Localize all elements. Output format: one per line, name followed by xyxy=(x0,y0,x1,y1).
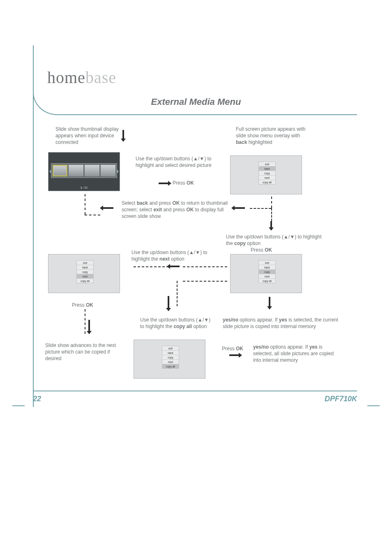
dashed-connector xyxy=(271,197,272,208)
page-top-rule xyxy=(62,114,357,115)
caption-fullscreen-back: Full screen picture appears with slide s… xyxy=(236,126,312,146)
menu-item-back: back xyxy=(259,166,275,171)
content-area: Slide show thumbnail display appears whe… xyxy=(45,123,349,391)
menu-item-copy: copy xyxy=(77,269,93,274)
menu-item-exit: exit xyxy=(259,162,275,166)
menu-item-back: back xyxy=(162,350,179,355)
menu-item-exit: exit xyxy=(77,261,93,265)
menu-box: exit back copy next copy all xyxy=(76,260,94,283)
menu-item-next: next xyxy=(77,274,93,278)
caption-select-picture: Use the up/down buttons (▲/▼) to highlig… xyxy=(136,155,222,169)
menu-item-next: next xyxy=(259,274,275,278)
menu-item-copyall: copy all xyxy=(77,278,93,283)
pager: 1 / 52 xyxy=(48,186,120,189)
menu-item-copy: copy xyxy=(259,171,275,175)
menu-frame-next: exit back copy next copy all xyxy=(48,254,120,293)
menu-item-exit: exit xyxy=(162,346,179,350)
model-number: DPF710K xyxy=(325,395,357,403)
menu-box: exit back copy next copy all xyxy=(162,346,179,369)
menu-item-copy: copy xyxy=(259,269,275,274)
press-ok-1: Press OK xyxy=(173,180,194,186)
caption-highlight-copyall: Use the up/down buttons (▲/▼) to highlig… xyxy=(140,317,212,330)
menu-item-copyall: copy all xyxy=(259,180,275,184)
caption-yesno-single: yes/no options appear. If yes is selecte… xyxy=(223,317,342,330)
arrow-down-icon xyxy=(269,297,270,307)
dashed-connector xyxy=(177,281,178,306)
arrow-left-icon xyxy=(170,266,180,267)
caption-yesno-all: yes/no options appear. If yes is selecte… xyxy=(253,344,337,364)
press-ok-3: Press OK xyxy=(72,302,93,308)
thumbnail-frame: 1 / 52 xyxy=(48,152,120,191)
arrow-left-icon xyxy=(103,207,113,209)
menu-item-next: next xyxy=(259,175,275,180)
caption-back-exit: Select back and press OK to return to th… xyxy=(122,200,231,220)
menu-item-copyall: copy all xyxy=(162,364,179,368)
arrow-right-icon xyxy=(159,183,168,184)
menu-frame-back: exit back copy next copy all xyxy=(230,155,302,194)
brand-b: base xyxy=(85,68,116,87)
menu-item-copyall: copy all xyxy=(259,278,275,283)
footer-rule xyxy=(33,391,357,391)
dashed-connector xyxy=(85,215,100,215)
press-ok-4: Press OK xyxy=(222,345,243,352)
arrow-down-icon xyxy=(168,296,169,308)
page-number: 22 xyxy=(33,395,41,403)
dashed-connector xyxy=(134,266,169,267)
dashed-connector xyxy=(271,208,272,221)
menu-frame-copy: exit back copy next copy all xyxy=(230,254,302,293)
caption-slide-advance: Slide show advances to the next picture … xyxy=(45,342,119,362)
footer-tick-left xyxy=(12,405,25,406)
dashed-connector xyxy=(250,208,271,209)
caption-highlight-next: Use the up/down buttons (▲/▼) to highlig… xyxy=(131,249,220,262)
arrow-down-icon xyxy=(88,320,90,331)
menu-item-exit: exit xyxy=(259,261,275,265)
menu-item-next: next xyxy=(162,359,179,364)
dashed-connector xyxy=(183,266,227,267)
dashed-connector xyxy=(85,309,85,334)
thumbnail-item xyxy=(85,165,99,176)
footer-tick-right xyxy=(367,405,380,406)
dashed-connector xyxy=(183,281,227,282)
thumbnail-item xyxy=(53,165,67,176)
dashed-connector xyxy=(85,194,85,215)
thumbnail-bar xyxy=(51,163,117,178)
caption-thumbnail-intro: Slide show thumbnail display appears whe… xyxy=(55,126,119,146)
thumbnail-item xyxy=(69,165,83,176)
thumbnail-item xyxy=(101,165,115,176)
arrow-right-icon xyxy=(229,354,239,356)
menu-box: exit back copy next copy all xyxy=(258,260,276,283)
press-ok-2: Press OK xyxy=(251,247,272,253)
page-title: External Media Menu xyxy=(0,97,392,107)
menu-box: exit back copy next copy all xyxy=(258,162,276,185)
brand-wordmark: homebase xyxy=(47,68,116,87)
caption-highlight-copy: Use the up/down buttons (▲/▼) to highlig… xyxy=(226,234,327,247)
pager-total: 52 xyxy=(84,186,88,189)
menu-item-copy: copy xyxy=(162,355,179,359)
menu-frame-copyall: exit back copy next copy all xyxy=(134,340,205,379)
menu-item-back: back xyxy=(77,265,93,269)
arrow-down-icon xyxy=(122,130,124,139)
arrow-down-icon xyxy=(270,221,272,228)
brand-a: home xyxy=(47,68,85,87)
arrow-left-icon xyxy=(234,207,245,209)
menu-item-back: back xyxy=(259,265,275,269)
